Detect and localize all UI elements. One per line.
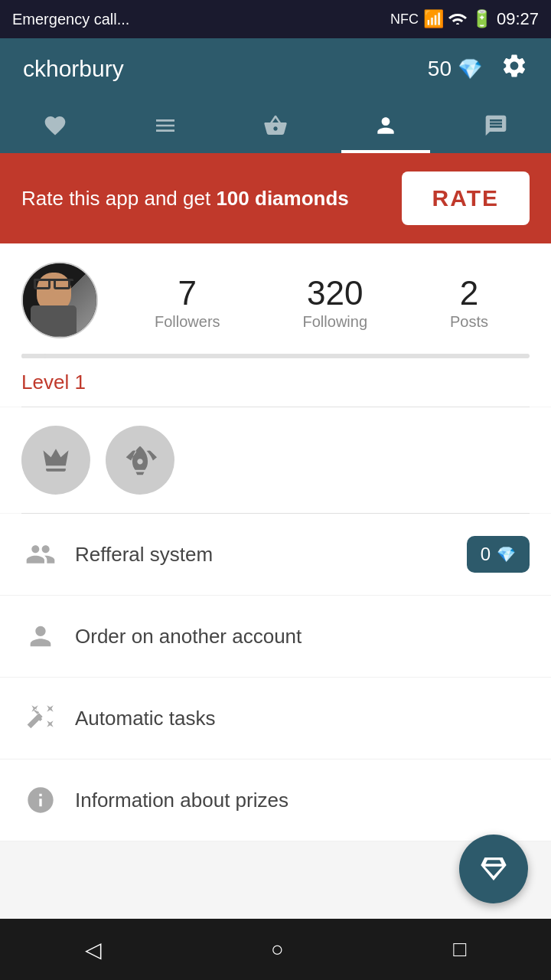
referral-badge: 0 💎 xyxy=(467,536,530,573)
level-text: Level 1 xyxy=(21,371,86,394)
following-label: Following xyxy=(303,313,367,331)
menu-section: Refferal system 0 💎 Order on another acc… xyxy=(0,514,551,841)
tab-basket[interactable] xyxy=(220,100,331,152)
menu-item-prizes[interactable]: Information about prizes xyxy=(0,760,551,841)
svg-point-0 xyxy=(456,23,459,24)
nav-recent-button[interactable]: □ xyxy=(430,929,489,969)
stat-posts: 2 Posts xyxy=(450,276,488,331)
stat-followers: 7 Followers xyxy=(155,276,220,331)
posts-count: 2 xyxy=(450,276,488,310)
badge-rocket[interactable] xyxy=(106,426,174,495)
signal-icon: 📶 xyxy=(423,9,444,29)
profile-section: 7 Followers 320 Following 2 Posts xyxy=(0,243,551,358)
status-icons: NFC 📶 🔋 09:27 xyxy=(390,9,539,29)
nfc-icon: NFC xyxy=(390,11,419,28)
app-header: ckhorbury 50 💎 xyxy=(0,38,551,100)
referral-icon xyxy=(21,535,60,573)
battery-icon: 🔋 xyxy=(471,9,492,29)
rate-banner: Rate this app and get 100 diamonds RATE xyxy=(0,153,551,243)
status-time: 09:27 xyxy=(497,9,539,29)
level-section: Level 1 xyxy=(0,358,551,407)
followers-count: 7 xyxy=(155,276,220,310)
status-emergency-text: Emergency call... xyxy=(12,11,129,28)
referral-diamond-icon: 💎 xyxy=(497,545,516,564)
profile-info: 7 Followers 320 Following 2 Posts xyxy=(21,262,530,338)
badge-crown[interactable] xyxy=(21,426,90,495)
menu-item-referral[interactable]: Refferal system 0 💎 xyxy=(0,514,551,596)
nav-tabs xyxy=(0,100,551,153)
status-bar: Emergency call... NFC 📶 🔋 09:27 xyxy=(0,0,551,38)
followers-label: Followers xyxy=(155,313,220,331)
order-label: Order on another account xyxy=(75,625,530,648)
tab-likes[interactable] xyxy=(0,100,110,152)
header-right: 50 💎 xyxy=(428,52,528,86)
menu-item-order[interactable]: Order on another account xyxy=(0,596,551,678)
fab-diamonds[interactable] xyxy=(459,835,528,903)
diamonds-value: 50 xyxy=(428,57,452,81)
wifi-icon xyxy=(448,9,467,29)
order-icon xyxy=(21,617,60,655)
posts-label: Posts xyxy=(450,313,488,331)
badges-row xyxy=(0,407,551,513)
tab-messages[interactable] xyxy=(441,100,551,152)
settings-icon[interactable] xyxy=(500,52,528,86)
rate-banner-text: Rate this app and get 100 diamonds xyxy=(21,185,386,212)
nav-home-button[interactable]: ○ xyxy=(248,929,307,969)
auto-tasks-icon xyxy=(21,699,60,737)
diamond-icon-header: 💎 xyxy=(458,57,482,81)
prizes-label: Information about prizes xyxy=(75,789,530,812)
menu-item-auto-tasks[interactable]: Automatic tasks xyxy=(0,678,551,760)
stats-row: 7 Followers 320 Following 2 Posts xyxy=(113,270,530,331)
stat-following: 320 Following xyxy=(303,276,367,331)
auto-tasks-label: Automatic tasks xyxy=(75,707,530,730)
nav-back-button[interactable]: ◁ xyxy=(62,929,125,970)
header-username: ckhorbury xyxy=(23,56,124,82)
tab-profile[interactable] xyxy=(331,100,441,152)
avatar[interactable] xyxy=(21,262,98,338)
rate-button[interactable]: RATE xyxy=(402,172,530,225)
following-count: 320 xyxy=(303,276,367,310)
prizes-icon xyxy=(21,781,60,819)
tab-feed[interactable] xyxy=(110,100,220,152)
referral-badge-value: 0 xyxy=(481,544,491,565)
diamonds-display: 50 💎 xyxy=(428,57,482,81)
referral-label: Refferal system xyxy=(75,543,467,567)
bottom-nav: ◁ ○ □ xyxy=(0,919,551,980)
